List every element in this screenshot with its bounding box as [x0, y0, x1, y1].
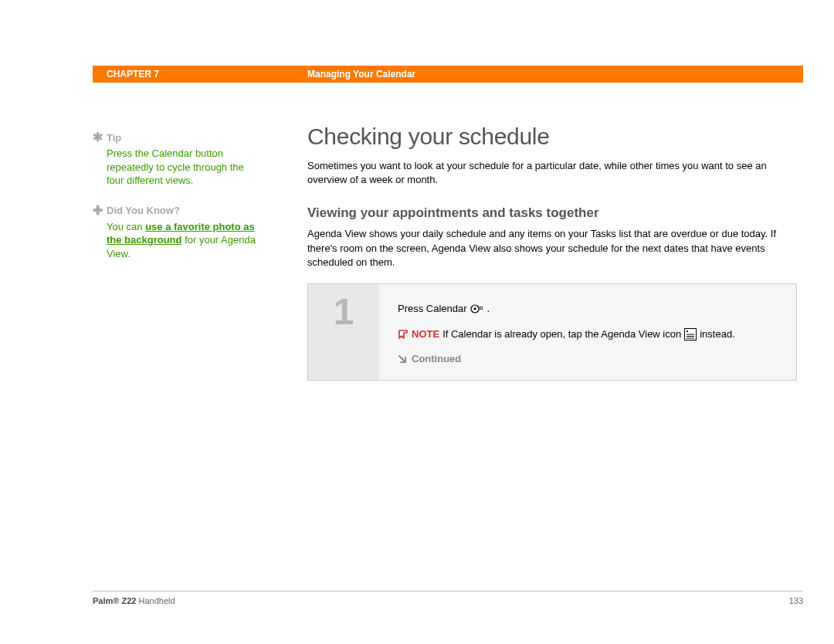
intro-text: Sometimes you want to look at your sched…	[307, 159, 797, 187]
svg-point-1	[473, 307, 476, 310]
continued-arrow-icon	[398, 354, 407, 364]
asterisk-icon: ✱	[93, 131, 107, 144]
plus-icon: ✚	[93, 205, 107, 217]
note-label: NOTE	[412, 327, 439, 342]
note-suffix: instead.	[700, 327, 735, 342]
step-content: Press Calendar .	[379, 284, 796, 381]
product-rest: Handheld	[136, 596, 175, 605]
section-para: Agenda View shows your daily schedule an…	[307, 227, 797, 269]
chapter-title: Managing Your Calendar	[293, 69, 415, 80]
svg-rect-7	[687, 330, 688, 332]
footer: Palm® Z22 Handheld 133	[93, 591, 803, 605]
step-number-cell: 1	[308, 284, 379, 381]
didyouknow-header: ✚ Did You Know?	[93, 205, 259, 217]
note-flag-icon	[398, 329, 409, 340]
note-row: NOTE If Calendar is already open, tap th…	[398, 327, 778, 342]
svg-rect-4	[480, 308, 481, 310]
page-number: 133	[789, 596, 803, 605]
tip-label: Tip	[107, 132, 121, 144]
page-title: Checking your schedule	[307, 124, 797, 150]
didyouknow-label: Did You Know?	[107, 205, 180, 216]
product-name: Palm® Z22 Handheld	[93, 596, 175, 605]
chapter-label: CHAPTER 7	[93, 69, 293, 80]
note-prefix: If Calendar is already open, tap the Age…	[442, 327, 681, 342]
continued-row: Continued	[398, 351, 778, 367]
agenda-view-icon	[684, 328, 697, 341]
dyk-prefix: You can	[107, 221, 145, 232]
main-content: Checking your schedule Sometimes you wan…	[307, 124, 797, 381]
continued-label: Continued	[412, 351, 461, 367]
tip-block: ✱ Tip Press the Calendar button repeated…	[93, 131, 259, 188]
press-text: Press Calendar	[398, 301, 467, 317]
tip-header: ✱ Tip	[93, 131, 259, 144]
product-bold: Palm® Z22	[93, 596, 136, 605]
section-title: Viewing your appointments and tasks toge…	[307, 205, 797, 221]
step-instruction: Press Calendar .	[398, 301, 778, 317]
svg-rect-2	[480, 307, 481, 308]
svg-rect-5	[481, 308, 483, 310]
didyouknow-body: You can use a favorite photo as the back…	[93, 220, 259, 261]
svg-rect-3	[481, 307, 483, 308]
chapter-header: CHAPTER 7 Managing Your Calendar	[93, 66, 803, 83]
didyouknow-block: ✚ Did You Know? You can use a favorite p…	[93, 205, 259, 261]
step-number: 1	[334, 284, 354, 333]
tip-body: Press the Calendar button repeatedly to …	[93, 147, 259, 188]
press-suffix: .	[487, 301, 490, 317]
sidebar: ✱ Tip Press the Calendar button repeated…	[93, 131, 259, 277]
calendar-button-icon	[470, 304, 484, 314]
step-box: 1 Press Calendar .	[307, 283, 797, 381]
